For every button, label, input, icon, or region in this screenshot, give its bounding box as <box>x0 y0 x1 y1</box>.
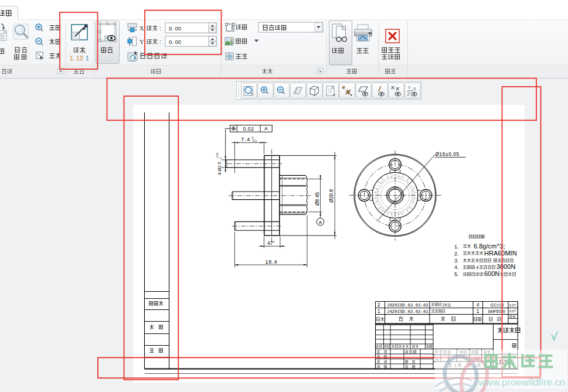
svg-text:1: 1 <box>477 308 479 314</box>
svg-text:0.02: 0.02 <box>243 126 254 132</box>
svg-text:Z: Z <box>407 91 410 97</box>
svg-text:2: 2 <box>377 302 380 308</box>
svg-text:0. 00: 0. 00 <box>169 39 181 45</box>
svg-text:www.proewildfire.cn: www.proewildfire.cn <box>478 377 565 388</box>
svg-text:18.4: 18.4 <box>266 259 278 265</box>
svg-text:6.8g/cm^3;: 6.8g/cm^3; <box>474 243 505 250</box>
svg-text:3.: 3. <box>454 258 459 264</box>
svg-text:-0.1: -0.1 <box>252 139 257 142</box>
svg-text:2X11: 2X11 <box>443 303 451 307</box>
svg-text:1: 1 <box>86 55 89 62</box>
svg-text:A: A <box>319 220 322 225</box>
svg-text::: : <box>159 25 161 32</box>
svg-text:HRA60MIN: HRA60MIN <box>484 250 517 257</box>
svg-text:4-Ø2.5: 4-Ø2.5 <box>217 162 222 175</box>
svg-text:SMF5030: SMF5030 <box>488 309 505 313</box>
svg-text:Ø8 45: Ø8 45 <box>314 192 320 206</box>
svg-text:1.: 1. <box>454 244 459 250</box>
svg-text:+0.05: +0.05 <box>216 152 219 159</box>
svg-text:4.: 4. <box>454 264 459 270</box>
svg-text:2.: 2. <box>454 251 459 257</box>
svg-text:0.07: 0.07 <box>509 309 516 313</box>
svg-text:J4Z0ISD.02.02-01: J4Z0ISD.02.02-01 <box>387 309 429 314</box>
svg-text:Y: Y <box>408 85 411 90</box>
svg-text:4: 4 <box>477 302 479 308</box>
svg-text:Y: Y <box>140 39 144 45</box>
svg-text:X: X <box>413 86 417 91</box>
svg-text:X: X <box>140 25 144 32</box>
svg-text:47°: 47° <box>267 240 275 246</box>
svg-text:0.07: 0.07 <box>509 304 516 307</box>
svg-text:A: A <box>264 126 268 131</box>
svg-text:7.4: 7.4 <box>241 136 250 142</box>
svg-text:Ø20.8: Ø20.8 <box>328 189 334 203</box>
svg-text:1. 12:: 1. 12: <box>70 55 84 62</box>
svg-text:4: 4 <box>476 265 479 270</box>
svg-text::: : <box>159 39 161 45</box>
svg-text:Ø16±0.05: Ø16±0.05 <box>436 151 460 157</box>
svg-text:5.: 5. <box>454 271 459 277</box>
svg-text:1: 1 <box>377 308 380 314</box>
svg-text:J0Z0ISD.02.02-02: J0Z0ISD.02.02-02 <box>387 303 428 308</box>
svg-text:3000N: 3000N <box>496 263 515 270</box>
svg-text:0. 00: 0. 00 <box>169 25 181 32</box>
svg-text:600N: 600N <box>484 270 499 277</box>
